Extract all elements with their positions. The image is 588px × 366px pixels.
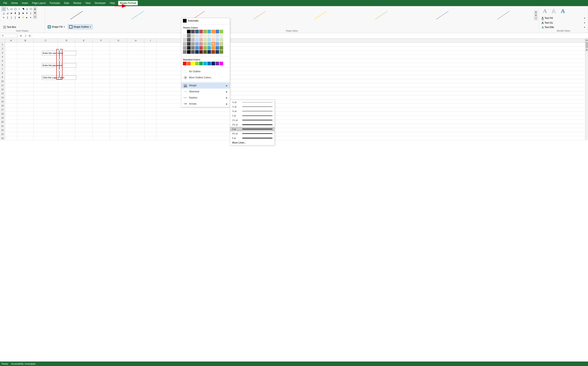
- cell-e16[interactable]: [75, 104, 93, 108]
- cell-b8[interactable]: [17, 71, 34, 75]
- theme-swatch-3-3[interactable]: [195, 42, 199, 46]
- theme-swatch-3-9[interactable]: [220, 42, 223, 46]
- theme-swatch-1-8[interactable]: [216, 34, 219, 38]
- col-header-f[interactable]: F: [93, 39, 110, 42]
- cell-extra-24[interactable]: [157, 136, 585, 140]
- fx-button[interactable]: fx: [29, 34, 31, 37]
- cell-c14[interactable]: [34, 95, 58, 99]
- cell-f23[interactable]: [93, 132, 110, 136]
- cell-e19[interactable]: [75, 116, 93, 120]
- cell-d6[interactable]: [58, 63, 75, 67]
- theme-swatch-0-4[interactable]: [199, 30, 203, 33]
- cell-e13[interactable]: [75, 92, 93, 95]
- theme-swatch-1-4[interactable]: [199, 34, 203, 38]
- cell-b13[interactable]: [17, 92, 34, 95]
- cell-g23[interactable]: [110, 132, 127, 136]
- cell-f6[interactable]: [93, 63, 110, 67]
- weight-item-2[interactable]: ¾ pt: [230, 109, 275, 113]
- cell-a19[interactable]: [5, 116, 17, 120]
- shape-circle[interactable]: ○: [17, 7, 21, 11]
- cell-e12[interactable]: [75, 87, 93, 92]
- cell-i2[interactable]: [144, 47, 157, 51]
- cell-f21[interactable]: [93, 124, 110, 128]
- cell-h13[interactable]: [127, 92, 144, 95]
- cell-c17[interactable]: [34, 108, 58, 112]
- theme-swatch-2-0[interactable]: [183, 38, 186, 42]
- cell-b3[interactable]: [17, 51, 34, 55]
- theme-swatch-1-3[interactable]: [195, 34, 199, 38]
- cell-h18[interactable]: [127, 112, 144, 116]
- arrows-item[interactable]: Arrows ▶: [181, 101, 230, 107]
- name-box[interactable]: ▼: [1, 34, 17, 38]
- cell-c8[interactable]: [34, 71, 58, 75]
- theme-swatch-4-8[interactable]: [216, 46, 219, 50]
- shape-fill-button[interactable]: Shape Fill ▼: [46, 24, 66, 29]
- cell-d17[interactable]: [58, 108, 75, 112]
- shapes-expand[interactable]: ▽: [33, 15, 37, 19]
- shape-arrow-up[interactable]: ⬆: [13, 11, 17, 15]
- cell-g20[interactable]: [110, 120, 127, 124]
- cell-f12[interactable]: [93, 87, 110, 92]
- menu-view[interactable]: View: [84, 1, 92, 5]
- shape-line[interactable]: ╲: [6, 7, 10, 11]
- theme-swatch-2-6[interactable]: [207, 38, 211, 42]
- cell-h20[interactable]: [127, 120, 144, 124]
- cell-a2[interactable]: [5, 47, 17, 51]
- cell-c11[interactable]: [34, 83, 58, 87]
- cell-c23[interactable]: [34, 132, 58, 136]
- formula-input[interactable]: [33, 34, 587, 37]
- cell-g11[interactable]: [110, 83, 127, 87]
- cell-d7[interactable]: [58, 67, 75, 71]
- weight-item-6[interactable]: 3 pt: [230, 127, 275, 131]
- cell-a8[interactable]: [5, 71, 17, 75]
- weight-item-5[interactable]: 2¼ pt: [230, 122, 275, 127]
- cell-b9[interactable]: [17, 75, 34, 79]
- cell-b16[interactable]: [17, 104, 34, 108]
- cell-e22[interactable]: [75, 128, 93, 132]
- cell-e10[interactable]: [75, 79, 93, 83]
- cell-extra-17[interactable]: [157, 108, 585, 112]
- cell-d14[interactable]: [58, 95, 75, 99]
- cell-c15[interactable]: [34, 99, 58, 104]
- cell-e5[interactable]: [75, 59, 93, 63]
- cell-g4[interactable]: [110, 55, 127, 59]
- cell-d5[interactable]: [58, 59, 75, 63]
- cell-i6[interactable]: [144, 63, 157, 67]
- cell-b23[interactable]: [17, 132, 34, 136]
- col-header-b[interactable]: B: [17, 39, 34, 42]
- cell-d13[interactable]: [58, 92, 75, 95]
- cell-c24[interactable]: [34, 136, 58, 140]
- cell-f11[interactable]: [93, 83, 110, 87]
- wordart-sample-2[interactable]: A: [550, 7, 558, 15]
- theme-swatch-4-3[interactable]: [195, 46, 199, 50]
- theme-swatch-2-2[interactable]: [191, 38, 195, 42]
- cell-b20[interactable]: [17, 120, 34, 124]
- cell-a4[interactable]: [5, 55, 17, 59]
- cell-g8[interactable]: [110, 71, 127, 75]
- cell-h12[interactable]: [127, 87, 144, 92]
- theme-swatch-2-8[interactable]: [216, 38, 219, 42]
- cell-h10[interactable]: [127, 79, 144, 83]
- cell-g3[interactable]: [110, 51, 127, 55]
- cell-b15[interactable]: [17, 99, 34, 104]
- cell-extra-21[interactable]: [157, 124, 585, 128]
- theme-swatch-0-1[interactable]: [187, 30, 191, 33]
- cell-b17[interactable]: [17, 108, 34, 112]
- cell-c19[interactable]: [34, 116, 58, 120]
- theme-swatch-1-6[interactable]: [207, 34, 211, 38]
- shape-bracket[interactable]: [: [13, 15, 17, 20]
- theme-swatch-1-5[interactable]: [203, 34, 207, 38]
- cell-b24[interactable]: [17, 136, 34, 140]
- cell-f4[interactable]: [93, 55, 110, 59]
- cell-i13[interactable]: [144, 92, 157, 95]
- cell-c13[interactable]: [34, 92, 58, 95]
- cell-b12[interactable]: [17, 87, 34, 92]
- cell-c12[interactable]: [34, 87, 58, 92]
- cell-a17[interactable]: [5, 108, 17, 112]
- cell-i8[interactable]: [144, 71, 157, 75]
- theme-swatch-4-9[interactable]: [220, 46, 223, 50]
- cell-f14[interactable]: [93, 95, 110, 99]
- cell-f17[interactable]: [93, 108, 110, 112]
- shape-brace2[interactable]: }: [9, 15, 14, 20]
- cell-c9[interactable]: [34, 75, 58, 79]
